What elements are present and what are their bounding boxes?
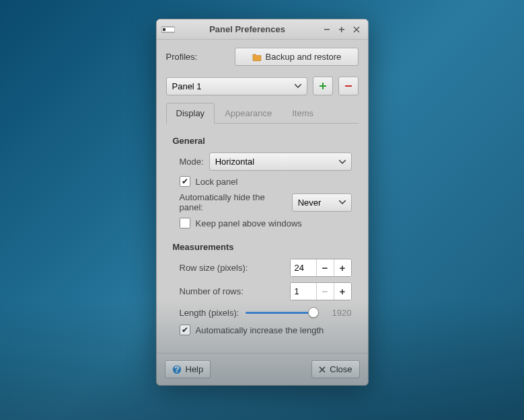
keep-above-label: Keep panel above windows: [196, 218, 302, 228]
chevron-down-icon: [339, 160, 346, 164]
lock-panel-label: Lock panel: [196, 177, 238, 187]
tab-items[interactable]: Items: [282, 103, 324, 124]
tab-display[interactable]: Display: [166, 103, 215, 124]
chevron-down-icon: [295, 84, 301, 88]
rowsize-label: Row size (pixels):: [180, 263, 248, 273]
panel-select-value: Panel 1: [172, 81, 202, 91]
tab-appearance[interactable]: Appearance: [215, 103, 282, 124]
slider-thumb[interactable]: [308, 307, 319, 318]
keep-above-checkbox[interactable]: [180, 218, 190, 228]
rowsize-spinner: − +: [290, 259, 352, 277]
autohide-select[interactable]: Never: [292, 194, 352, 212]
minimize-button[interactable]: [320, 23, 334, 36]
numrows-increment[interactable]: +: [334, 283, 351, 300]
svg-rect-4: [339, 29, 344, 30]
folder-icon: [252, 53, 262, 61]
measurements-heading: Measurements: [173, 242, 352, 252]
lock-panel-checkbox[interactable]: [180, 176, 190, 187]
mode-value: Horizontal: [215, 157, 255, 167]
close-window-button[interactable]: [349, 23, 364, 36]
backup-restore-button[interactable]: Backup and restore: [235, 48, 358, 66]
mode-label: Mode:: [180, 157, 204, 167]
window-title: Panel Preferences: [176, 24, 320, 34]
svg-rect-9: [345, 85, 352, 87]
profiles-label: Profiles:: [166, 52, 198, 62]
numrows-spinner: − +: [290, 282, 352, 300]
remove-panel-button[interactable]: [338, 77, 359, 95]
add-panel-button[interactable]: [313, 77, 333, 95]
general-heading: General: [173, 136, 352, 146]
mode-select[interactable]: Horizontal: [209, 153, 352, 171]
minus-icon: [344, 82, 352, 90]
rowsize-decrement[interactable]: −: [316, 259, 334, 276]
svg-rect-2: [324, 29, 330, 30]
maximize-button[interactable]: [334, 23, 349, 36]
svg-rect-1: [163, 28, 165, 31]
length-slider[interactable]: [246, 307, 319, 318]
numrows-label: Number of rows:: [180, 286, 244, 296]
chevron-down-icon: [339, 200, 346, 204]
numrows-input[interactable]: [291, 283, 316, 300]
rowsize-input[interactable]: [291, 259, 316, 276]
numrows-decrement: −: [316, 283, 334, 300]
app-icon: [161, 24, 176, 35]
backup-restore-label: Backup and restore: [266, 52, 342, 62]
panel-select[interactable]: Panel 1: [166, 77, 307, 95]
svg-rect-8: [320, 85, 326, 87]
titlebar[interactable]: Panel Preferences: [157, 19, 368, 40]
plus-icon: [319, 82, 327, 90]
autohide-label: Automatically hide the panel:: [180, 192, 287, 212]
rowsize-increment[interactable]: +: [334, 259, 351, 276]
autohide-value: Never: [298, 198, 322, 208]
